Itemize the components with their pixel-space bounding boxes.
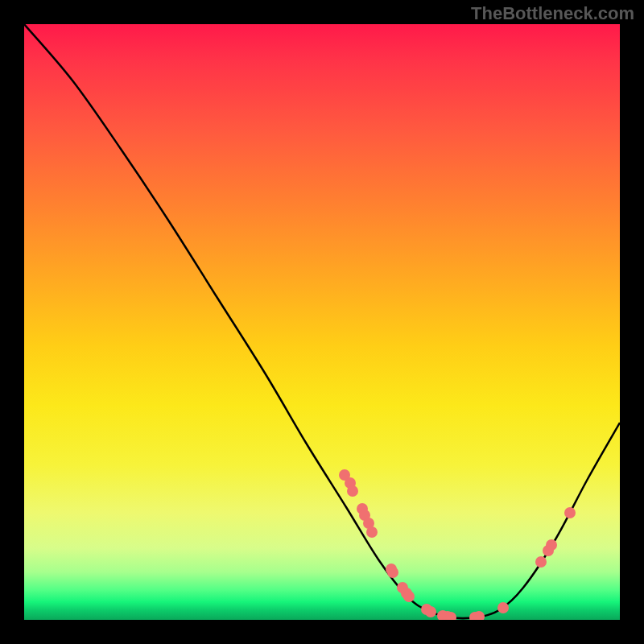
data-point — [425, 606, 436, 617]
data-point — [497, 602, 509, 613]
plot-area — [24, 24, 620, 620]
data-point — [535, 556, 547, 568]
data-point — [347, 485, 358, 497]
data-markers — [339, 469, 576, 620]
data-point — [366, 526, 378, 538]
bottleneck-curve — [24, 24, 620, 618]
watermark-text: TheBottleneck.com — [471, 3, 634, 24]
chart-svg — [24, 24, 620, 620]
data-point — [403, 591, 415, 602]
data-point — [564, 507, 576, 518]
data-point — [546, 539, 557, 551]
data-point — [387, 567, 398, 578]
